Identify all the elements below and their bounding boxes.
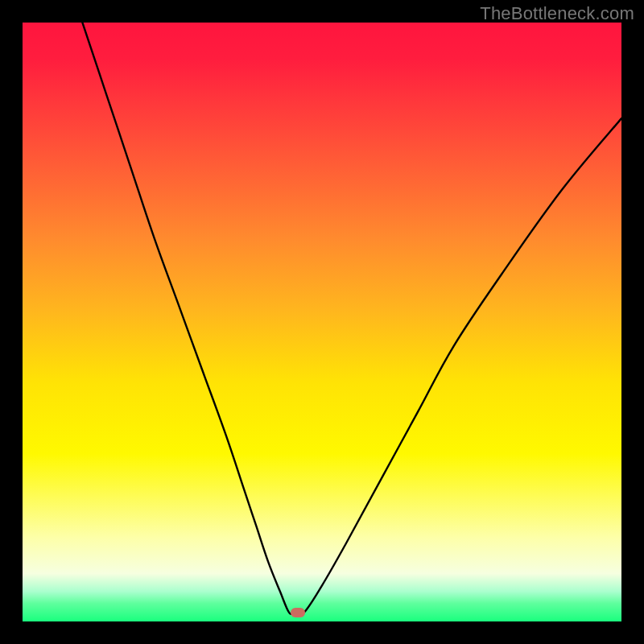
bottleneck-curve <box>82 23 621 615</box>
minimum-marker <box>291 608 305 617</box>
chart-frame: TheBottleneck.com <box>0 0 644 644</box>
watermark-text: TheBottleneck.com <box>480 3 634 24</box>
plot-area <box>23 23 621 621</box>
curve-svg <box>23 23 621 621</box>
